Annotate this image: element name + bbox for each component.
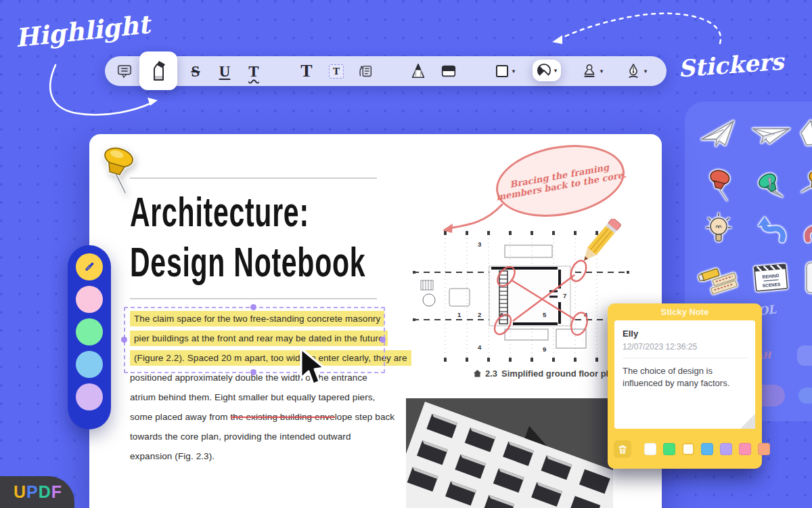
strikethrough-annotation[interactable]: the existing building enve — [231, 412, 335, 422]
color-swatch-green[interactable] — [76, 318, 103, 345]
strikethrough-icon: S — [191, 64, 200, 79]
color-swatch-blue[interactable] — [76, 351, 103, 378]
sticker-push-pin-green[interactable] — [754, 165, 790, 202]
eyedropper-icon — [83, 260, 96, 274]
push-pin-sticker[interactable] — [92, 142, 149, 200]
plan-grid-number: 1 — [457, 311, 461, 318]
sticker-push-pin-yellow[interactable] — [801, 168, 812, 203]
paragraph-line: towards the core plan, providing the int… — [130, 427, 411, 446]
stamp-icon — [581, 63, 597, 79]
faded-sticker-2[interactable] — [798, 387, 812, 404]
square-shape-icon — [495, 64, 510, 79]
plan-grid-number: 4 — [478, 343, 482, 351]
faded-sticker[interactable] — [797, 345, 812, 366]
sticker-arrow-pink[interactable] — [804, 215, 812, 244]
text-icon: T — [300, 62, 312, 80]
logo-letter-f: F — [51, 482, 62, 502]
title-bottom-rule — [130, 298, 377, 299]
text-box-icon: T — [329, 64, 344, 79]
logo-letter-u: U — [14, 482, 26, 502]
delete-note-button[interactable] — [614, 440, 631, 458]
sticker-behind-the-scenes-board[interactable]: BEHIND SCENES — [752, 259, 789, 294]
highlight-label: Highlight — [14, 9, 151, 54]
note-body-text[interactable]: The choice of design is influenced by ma… — [623, 365, 752, 389]
building-photo — [406, 398, 613, 508]
note-color-purple[interactable] — [720, 443, 732, 455]
trash-icon — [618, 444, 627, 454]
eraser-tool[interactable] — [436, 56, 461, 86]
note-color-white[interactable] — [644, 443, 656, 455]
chevron-down-icon: ▾ — [600, 68, 604, 75]
mouse-cursor — [296, 347, 328, 389]
sticker-push-pin-red[interactable] — [705, 168, 739, 203]
chevron-down-icon: ▾ — [512, 68, 516, 75]
sticker-highlighter-and-strips[interactable] — [698, 259, 740, 295]
sticker-paper-plane[interactable] — [698, 119, 739, 150]
sticker-tool-selected[interactable]: ▾ — [533, 60, 561, 81]
selection-handle-left[interactable] — [121, 337, 127, 343]
text-after-strike: lope step back — [335, 412, 394, 422]
paragraph-line: atrium behind them. Eight smaller but eq… — [130, 387, 411, 407]
note-color-salmon[interactable] — [758, 443, 770, 455]
comment-tool[interactable] — [112, 56, 137, 86]
highlight-color-palette — [68, 245, 111, 429]
sticker-tag[interactable] — [804, 259, 812, 297]
figure-caption: 2.3 Simplified ground floor plan — [474, 368, 618, 379]
selection-handle-right[interactable] — [380, 337, 386, 343]
plan-grid-number: 9 — [543, 345, 546, 353]
note-timestamp: 12/07/2023 12:36:25 — [623, 342, 747, 352]
chevron-down-icon: ▾ — [554, 67, 558, 74]
updf-logo: U P D F — [0, 476, 74, 508]
underline-tool[interactable]: U — [213, 56, 236, 86]
logo-letter-d: D — [39, 482, 51, 502]
updf-annotation-screen: BEHIND SCENES COOL YEAH Architecture: De… — [0, 0, 812, 508]
note-color-row — [644, 443, 770, 455]
text-tool[interactable]: T — [295, 56, 318, 86]
signature-tool[interactable]: ▾ — [619, 56, 653, 86]
sticker-arrow-blue[interactable] — [752, 215, 788, 244]
sticker-light-bulb[interactable] — [704, 211, 734, 247]
sticker-icon — [537, 63, 551, 78]
body-paragraph: The claim space for the two free-standin… — [130, 309, 411, 466]
note-color-blue[interactable] — [701, 443, 713, 455]
eraser-icon — [440, 62, 457, 80]
stickers-label: Stickers — [677, 48, 785, 83]
speech-bubble-annotation[interactable]: Bracing the framing members back to the … — [491, 135, 631, 226]
note-color-pink[interactable] — [739, 443, 751, 455]
document-title: Architecture: Design Notebook — [130, 186, 457, 286]
highlighter-icon — [148, 60, 169, 83]
logo-letter-p: P — [26, 482, 39, 502]
callout-tool[interactable] — [353, 56, 378, 86]
note-color-yellow-selected[interactable] — [682, 443, 694, 455]
note-author: Elly — [623, 329, 747, 339]
annotation-selection-box — [124, 307, 385, 373]
color-swatch-pink[interactable] — [76, 286, 103, 313]
sticky-note-sheet[interactable]: Elly 12/07/2023 12:36:25 The choice of d… — [614, 320, 755, 429]
selection-handle-bottom[interactable] — [250, 369, 256, 375]
title-line-1: Architecture: — [130, 186, 365, 238]
underline-icon: U — [219, 64, 231, 79]
note-color-green[interactable] — [663, 443, 675, 455]
squiggly-underline-icon: T — [248, 64, 258, 79]
selection-handle-top[interactable] — [250, 304, 256, 310]
comment-icon — [116, 62, 133, 80]
chevron-down-icon: ▾ — [644, 68, 648, 75]
text-before-strike: some placed away from — [130, 412, 231, 422]
caption-number: 2.3 — [485, 368, 497, 379]
strikethrough-tool[interactable]: S — [184, 56, 207, 86]
sticker-origami-crane[interactable] — [798, 117, 812, 150]
sticky-note-header[interactable]: Sticky Note — [608, 303, 762, 320]
highlighter-tool-selected[interactable] — [139, 51, 177, 90]
sticky-note-popup: Sticky Note Elly 12/07/2023 12:36:25 The… — [608, 303, 762, 469]
squiggly-underline-tool[interactable]: T — [242, 56, 265, 86]
pencil-graphic — [571, 219, 623, 273]
plan-grid-number: 2 — [478, 311, 481, 318]
sticker-paper-plane-2[interactable] — [751, 121, 792, 149]
text-box-tool[interactable]: T — [324, 56, 348, 86]
shapes-tool[interactable]: ▾ — [489, 56, 521, 86]
stamp-tool[interactable]: ▾ — [575, 56, 609, 86]
eyedropper-color-button[interactable] — [76, 253, 103, 280]
pencil-tool[interactable] — [406, 56, 430, 86]
plan-grid-number: 5 — [543, 311, 547, 318]
color-swatch-purple[interactable] — [76, 383, 103, 410]
